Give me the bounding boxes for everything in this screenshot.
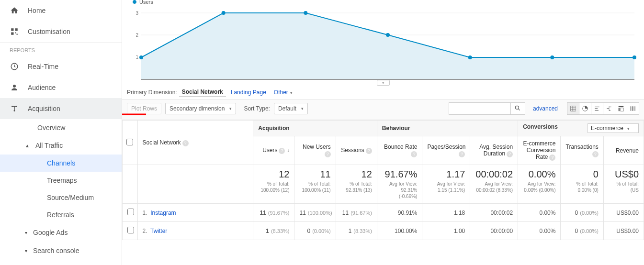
svg-text:3: 3 [136,11,138,16]
svg-point-24 [633,55,636,59]
svg-line-34 [519,109,520,110]
primary-dimension-label: Primary Dimension: [127,89,177,96]
col-users[interactable]: Users?↓ [253,136,294,165]
svg-rect-35 [571,106,576,111]
col-pages-session[interactable]: Pages/Session? [422,136,470,165]
customisation-icon [10,27,19,36]
audience-icon [10,83,19,92]
view-barcode[interactable] [627,102,639,115]
svg-point-33 [516,106,519,109]
svg-point-6 [13,85,16,88]
line-chart: 1 2 3 … 8 Apr 9 Apr 10 Apr 11 Apr [127,0,639,81]
help-icon[interactable]: ? [549,155,555,161]
nav-real-time-label: Real-Time [28,63,58,70]
svg-rect-2 [11,33,13,35]
secondary-dimension-button[interactable]: Secondary dimension [165,103,236,114]
group-conversions: Conversions E-commerce [518,121,644,136]
help-icon[interactable]: ? [366,148,372,154]
svg-point-22 [468,55,472,59]
nav-home-label: Home [28,7,45,14]
row-link[interactable]: Instagram [150,210,176,216]
col-new-users[interactable]: New Users? [294,136,336,165]
dim-other[interactable]: Other [271,88,295,97]
subnav-referrals[interactable]: Referrals [0,206,122,223]
col-revenue[interactable]: Revenue [603,136,644,165]
chevron-right-icon: ▾ [25,230,27,235]
subnav-overview[interactable]: Overview [0,119,122,136]
legend-label: Users [139,0,153,5]
svg-point-19 [222,11,226,15]
advanced-link[interactable]: advanced [533,105,558,112]
help-icon[interactable]: ? [592,151,599,157]
view-table[interactable] [567,102,579,115]
subnav-google-ads[interactable]: ▾Google Ads [0,223,122,242]
subnav-channels[interactable]: Channels [0,155,122,172]
subnav-search-console[interactable]: ▾Search console [0,242,122,260]
nav-customisation[interactable]: Customisation [0,21,122,42]
chart-collapse[interactable]: ▾ [377,80,390,86]
clock-icon [10,62,19,71]
chart-area: Users 1 2 3 [122,0,644,84]
help-icon[interactable]: ? [279,148,285,154]
table-search [449,102,525,115]
svg-text:1: 1 [136,55,138,60]
nav-acquisition-label: Acquisition [28,105,60,112]
help-icon[interactable]: ? [325,151,331,157]
plot-rows-button: Plot Rows [127,103,161,114]
col-transactions[interactable]: Transactions? [561,136,603,165]
svg-rect-49 [619,108,620,111]
view-toggles [567,102,639,115]
col-social-network[interactable]: Social Network? [137,121,253,165]
nav-home[interactable]: Home [0,0,122,21]
svg-rect-48 [619,106,624,107]
data-table: Social Network? Acquisition Behaviour Co… [122,120,644,240]
row-checkbox[interactable] [127,227,134,233]
row-link[interactable]: Twitter [150,228,167,234]
svg-rect-3 [15,33,16,33]
home-icon [10,6,19,15]
subnav-treemaps[interactable]: Treemaps [0,172,122,189]
chart-legend: Users [133,0,153,5]
svg-point-21 [386,33,390,37]
svg-rect-4 [17,34,18,35]
svg-rect-0 [11,28,13,31]
svg-point-20 [304,11,307,15]
help-icon[interactable]: ? [411,151,417,157]
col-sessions[interactable]: Sessions? [336,136,377,165]
nav-real-time[interactable]: Real-Time [0,56,122,77]
svg-point-18 [139,55,143,59]
help-icon[interactable]: ? [459,151,465,157]
sort-type-select[interactable]: Default [274,103,308,114]
view-performance[interactable] [591,102,603,115]
col-bounce-rate[interactable]: Bounce Rate? [377,136,422,165]
svg-rect-1 [15,28,18,31]
search-input[interactable] [449,102,511,115]
nav-audience[interactable]: Audience [0,77,122,98]
table-row: 2. Twitter 1(8.33%) 0(0.00%) 1(8.33%) 10… [123,222,644,240]
row-checkbox[interactable] [127,209,134,215]
table-row: 1. Instagram 11(91.67%) 11(100.00%) 11(9… [123,204,644,222]
select-all-checkbox[interactable] [126,139,133,145]
subnav-all-traffic[interactable]: ▲All Traffic [0,136,122,155]
acquisition-icon [10,104,19,113]
view-pivot[interactable] [615,102,627,115]
conversions-select[interactable]: E-commerce [588,123,639,133]
chevron-right-icon: ▾ [25,248,27,254]
help-icon[interactable]: ? [507,151,513,157]
sort-down-icon: ↓ [287,148,289,153]
col-ecomm-conv[interactable]: E-commerce Conversion Rate? [518,136,561,165]
subnav-source-medium[interactable]: Source/Medium [0,189,122,206]
svg-point-23 [550,55,554,59]
nav-acquisition[interactable]: Acquisition [0,98,122,119]
summary-row: 12% of Total: 100.00% (12) 11% of Total:… [123,165,644,204]
dim-social-network[interactable]: Social Network [179,88,226,97]
view-comparison[interactable] [603,102,615,115]
nav-audience-label: Audience [28,84,56,91]
dim-landing-page[interactable]: Landing Page [228,88,269,97]
view-pie[interactable] [579,102,591,115]
help-icon[interactable]: ? [182,140,189,146]
svg-text:2: 2 [136,33,138,38]
col-avg-session[interactable]: Avg. Session Duration? [470,136,518,165]
reports-header: REPORTS [0,42,122,56]
search-button[interactable] [511,102,525,115]
